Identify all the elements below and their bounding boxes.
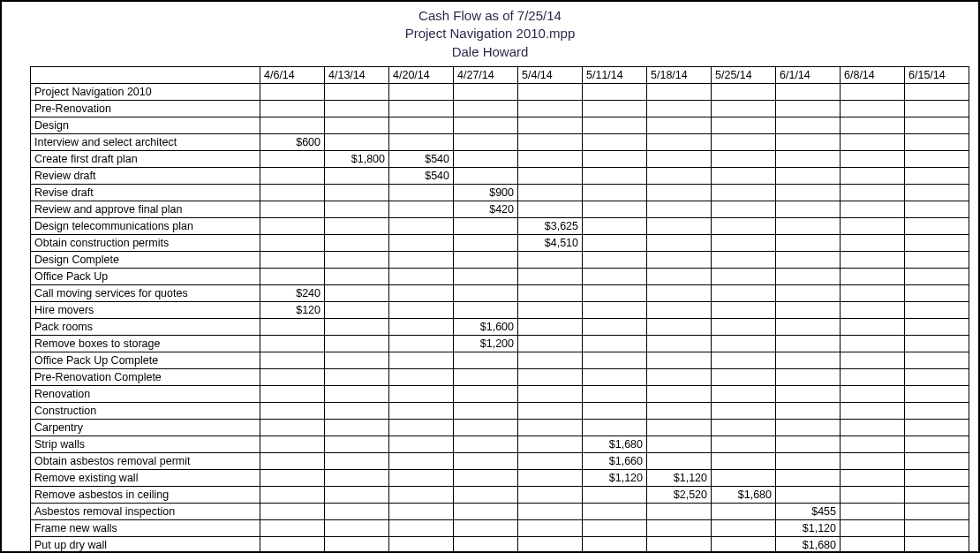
- cell-value: [776, 452, 841, 469]
- cell-value: [841, 436, 905, 452]
- cell-value: [841, 167, 905, 184]
- cell-value: [776, 469, 841, 486]
- cell-value: $1,600: [454, 318, 518, 335]
- task-name: Carpentry: [31, 419, 260, 436]
- cell-value: $1,120: [776, 519, 841, 536]
- cell-value: [325, 519, 389, 536]
- table-row: Construction: [31, 402, 969, 419]
- cell-value: [260, 184, 325, 201]
- cell-value: [841, 284, 905, 301]
- cell-value: $1,200: [454, 335, 518, 352]
- cell-value: [454, 234, 518, 251]
- cell-value: [518, 318, 583, 335]
- cell-value: [712, 402, 776, 419]
- task-name: Call moving services for quotes: [31, 284, 260, 301]
- table-row: Call moving services for quotes$240: [31, 284, 969, 301]
- task-name: Interview and select architect: [31, 133, 260, 150]
- cell-value: [712, 251, 776, 268]
- cell-value: [518, 100, 583, 117]
- cell-value: [905, 150, 969, 167]
- cell-value: [454, 385, 518, 402]
- report-page: Cash Flow as of 7/25/14 Project Navigati…: [0, 0, 980, 553]
- cell-value: [776, 385, 841, 402]
- task-name: Revise draft: [31, 184, 260, 201]
- cell-value: [841, 419, 905, 436]
- cell-value: [454, 301, 518, 318]
- task-name: Put up dry wall: [31, 536, 260, 553]
- cell-value: [454, 167, 518, 184]
- cell-value: [260, 436, 325, 452]
- col-header: 4/27/14: [454, 66, 518, 83]
- cell-value: [905, 402, 969, 419]
- cell-value: [712, 284, 776, 301]
- cell-value: [389, 503, 454, 519]
- cell-value: [325, 318, 389, 335]
- cell-value: [776, 419, 841, 436]
- cell-value: [583, 318, 647, 335]
- cell-value: [647, 503, 712, 519]
- cell-value: [583, 201, 647, 217]
- cell-value: [518, 352, 583, 368]
- cell-value: [647, 234, 712, 251]
- task-name: Construction: [31, 402, 260, 419]
- task-name: Renovation: [31, 385, 260, 402]
- table-row: Obtain construction permits$4,510: [31, 234, 969, 251]
- cell-value: [260, 503, 325, 519]
- task-name: Strip walls: [31, 436, 260, 452]
- cell-value: [325, 436, 389, 452]
- cell-value: [712, 318, 776, 335]
- cell-value: [389, 335, 454, 352]
- cell-value: [647, 452, 712, 469]
- cell-value: [389, 402, 454, 419]
- cell-value: [583, 167, 647, 184]
- cell-value: [389, 201, 454, 217]
- cell-value: [841, 268, 905, 284]
- cell-value: [647, 385, 712, 402]
- cell-value: [260, 251, 325, 268]
- cell-value: [389, 519, 454, 536]
- cell-value: [841, 335, 905, 352]
- cell-value: [325, 100, 389, 117]
- cell-value: [325, 352, 389, 368]
- task-name: Design Complete: [31, 251, 260, 268]
- cell-value: [518, 117, 583, 133]
- cell-value: [389, 419, 454, 436]
- task-name: Pre-Renovation Complete: [31, 368, 260, 385]
- cell-value: [905, 184, 969, 201]
- cell-value: [647, 318, 712, 335]
- table-row: Office Pack Up: [31, 268, 969, 284]
- cell-value: [776, 318, 841, 335]
- cell-value: [518, 251, 583, 268]
- cell-value: [905, 318, 969, 335]
- report-project: Project Navigation 2010.mpp: [2, 25, 978, 42]
- cell-value: [454, 503, 518, 519]
- cell-value: [776, 133, 841, 150]
- cell-value: [583, 184, 647, 201]
- cell-value: [518, 301, 583, 318]
- cell-value: [841, 184, 905, 201]
- cell-value: [841, 368, 905, 385]
- cell-value: $1,120: [583, 469, 647, 486]
- cell-value: [647, 268, 712, 284]
- task-name: Remove existing wall: [31, 469, 260, 486]
- cell-value: [583, 251, 647, 268]
- cell-value: [325, 536, 389, 553]
- cell-value: [583, 352, 647, 368]
- cell-value: [583, 385, 647, 402]
- table-row: Obtain asbestos removal permit$1,660: [31, 452, 969, 469]
- cell-value: [647, 335, 712, 352]
- cell-value: [647, 100, 712, 117]
- cell-value: [389, 368, 454, 385]
- col-header: 5/25/14: [712, 66, 776, 83]
- cell-value: [647, 436, 712, 452]
- cell-value: [389, 251, 454, 268]
- cell-value: [454, 436, 518, 452]
- cell-value: [518, 536, 583, 553]
- cell-value: [712, 436, 776, 452]
- task-name: Hire movers: [31, 301, 260, 318]
- cell-value: [776, 335, 841, 352]
- cell-value: [712, 133, 776, 150]
- cell-value: [647, 536, 712, 553]
- cell-value: [325, 284, 389, 301]
- cell-value: [583, 217, 647, 234]
